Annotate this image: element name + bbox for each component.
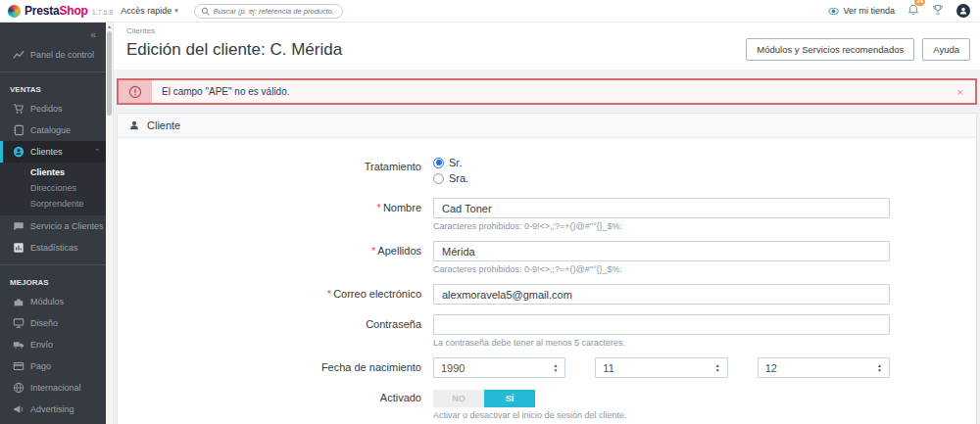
birth-year-select[interactable]: 1990 ▲▼ xyxy=(433,357,565,378)
sidebar-item-pago[interactable]: Pago xyxy=(0,355,106,377)
sidebar-section-ventas: VENTAS xyxy=(0,78,106,98)
eye-icon xyxy=(828,6,839,17)
submenu-item-direcciones[interactable]: Direcciones xyxy=(0,180,106,196)
activado-toggle[interactable]: NO SÍ xyxy=(433,390,535,407)
tratamiento-label: Tratamiento xyxy=(118,157,433,188)
field-fecha-nacimiento: Fecha de nacimiento 1990 ▲▼ 11 ▲▼ xyxy=(118,357,976,378)
sidebar-item-xpert-blog[interactable]: Xpert Blog xyxy=(0,420,106,424)
monitor-icon xyxy=(13,317,24,329)
sidebar-item-diseno[interactable]: Diseño xyxy=(0,312,106,334)
chevron-down-icon: ▾ xyxy=(174,7,178,15)
alert-close-button[interactable]: × xyxy=(946,80,975,103)
sidebar-section-clientes: Clientes ⌃ Clientes Direcciones Sorprend… xyxy=(0,141,106,215)
fecha-label: Fecha de nacimiento xyxy=(118,357,433,378)
required-mark: * xyxy=(371,245,375,257)
customer-panel-icon xyxy=(128,119,140,131)
help-button[interactable]: Ayuda xyxy=(922,38,970,61)
correo-input[interactable] xyxy=(433,284,890,305)
field-nombre: *Nombre Caracteres prohibidos: 0-9!<>,;?… xyxy=(118,198,976,231)
store-achievements-button[interactable] xyxy=(932,2,944,20)
sidebar-item-catalogue[interactable]: Catalogue xyxy=(0,119,106,141)
sidebar: « Panel de control VENTAS Pedidos Catalo… xyxy=(0,23,106,424)
sidebar-item-internacional[interactable]: Internacional xyxy=(0,377,106,399)
version-label: 1.7.6.8 xyxy=(92,9,113,16)
prestashop-logo[interactable]: PrestaShop xyxy=(8,4,88,18)
customer-icon xyxy=(13,146,24,158)
apellidos-help: Caracteres prohibidos: 0-9!<>,;?=+()@#"°… xyxy=(433,264,890,274)
chat-icon xyxy=(13,220,24,232)
radio-checked-icon xyxy=(433,158,444,168)
tratamiento-radio-sr[interactable]: Sr. xyxy=(433,157,890,168)
submenu-item-clientes[interactable]: Clientes xyxy=(0,165,106,180)
sidebar-item-clientes[interactable]: Clientes ⌃ xyxy=(0,141,106,163)
sidebar-item-estadisticas[interactable]: Estadísticas xyxy=(0,237,106,259)
select-spinner-icon: ▲▼ xyxy=(877,363,882,372)
bar-chart-icon xyxy=(13,242,24,254)
scrollbar-thumb[interactable] xyxy=(107,31,112,116)
globe-icon xyxy=(13,382,24,394)
search-input[interactable] xyxy=(214,7,336,16)
brand-text: PrestaShop xyxy=(24,4,88,18)
chevron-up-icon: ⌃ xyxy=(94,148,100,156)
cart-icon xyxy=(13,103,24,115)
sidebar-item-pedidos[interactable]: Pedidos xyxy=(0,98,106,119)
search-icon xyxy=(201,7,210,16)
error-alert: El campo "APE" no es válido. × xyxy=(117,78,977,105)
birth-month-select[interactable]: 11 ▲▼ xyxy=(595,357,727,378)
notifications-button[interactable]: 14 xyxy=(907,2,919,20)
puzzle-icon xyxy=(13,296,24,307)
apellidos-input[interactable] xyxy=(433,241,890,261)
nombre-input[interactable] xyxy=(433,198,890,218)
sidebar-item-envio[interactable]: Envío xyxy=(0,334,106,355)
field-correo: *Correo electrónico xyxy=(118,284,976,305)
page-header: Clientes Edición del cliente: C. Mérida … xyxy=(114,23,980,70)
correo-label: *Correo electrónico xyxy=(118,284,433,305)
submenu-item-sorprendente[interactable]: Sorprendente xyxy=(0,196,106,212)
person-icon xyxy=(958,6,968,16)
nombre-label: *Nombre xyxy=(118,198,433,231)
modules-services-button[interactable]: Módulos y Servicios recomendados xyxy=(746,38,914,61)
panel-title: Cliente xyxy=(147,119,180,131)
notification-badge: 14 xyxy=(914,0,925,6)
field-apellidos: *Apellidos Caracteres prohibidos: 0-9!<>… xyxy=(118,241,976,274)
quick-access-dropdown[interactable]: Accès rapide ▾ xyxy=(121,6,178,16)
error-icon xyxy=(128,85,142,99)
apellidos-label: *Apellidos xyxy=(118,241,433,274)
toggle-si[interactable]: SÍ xyxy=(484,390,535,407)
panel-header: Cliente xyxy=(118,114,976,138)
divider xyxy=(0,264,106,265)
user-avatar[interactable] xyxy=(956,4,970,18)
alert-message: El campo "APE" no es válido. xyxy=(152,80,946,103)
contrasena-help: La contraseña debe tener al menos 5 cara… xyxy=(433,338,890,348)
field-contrasena: Contraseña La contraseña debe tener al m… xyxy=(118,314,976,348)
activado-help: Activar o desactivar el inicio de sesión… xyxy=(433,410,890,420)
contrasena-input[interactable] xyxy=(433,314,890,335)
sidebar-item-dashboard[interactable]: Panel de control xyxy=(0,44,106,66)
select-spinner-icon: ▲▼ xyxy=(715,363,720,372)
tratamiento-radio-sra[interactable]: Sra. xyxy=(433,172,890,184)
toggle-no[interactable]: NO xyxy=(433,390,484,407)
sidebar-item-servicio[interactable]: Servicio a Clientes xyxy=(0,215,106,237)
alert-icon-box xyxy=(119,80,152,103)
breadcrumb[interactable]: Clientes xyxy=(126,26,970,35)
sidebar-collapse-button[interactable]: « xyxy=(0,23,106,44)
content-scrollbar[interactable]: ▲ xyxy=(106,23,114,424)
activado-label: Activado xyxy=(118,388,433,420)
sidebar-item-advertising[interactable]: Advertising xyxy=(0,399,106,420)
scrollbar-up-arrow[interactable]: ▲ xyxy=(106,23,113,31)
page-title: Edición del cliente: C. Mérida xyxy=(126,40,738,60)
main-content: Clientes Edición del cliente: C. Mérida … xyxy=(114,23,980,424)
topbar: PrestaShop 1.7.6.8 Accès rapide ▾ Ver mi… xyxy=(0,0,980,23)
chart-line-icon xyxy=(13,49,24,61)
birth-day-select[interactable]: 12 ▲▼ xyxy=(758,357,890,378)
megaphone-icon xyxy=(13,403,24,415)
clientes-submenu: Clientes Direcciones Sorprendente xyxy=(0,163,106,215)
required-mark: * xyxy=(327,288,331,300)
trophy-icon xyxy=(932,4,944,16)
global-search[interactable] xyxy=(194,4,343,19)
field-tratamiento: Tratamiento Sr. Sra. xyxy=(118,157,976,188)
required-mark: * xyxy=(377,202,381,213)
sidebar-item-modulos[interactable]: Módulos xyxy=(0,291,106,312)
truck-icon xyxy=(13,339,24,351)
view-shop-link[interactable]: Ver mi tienda xyxy=(828,6,895,17)
